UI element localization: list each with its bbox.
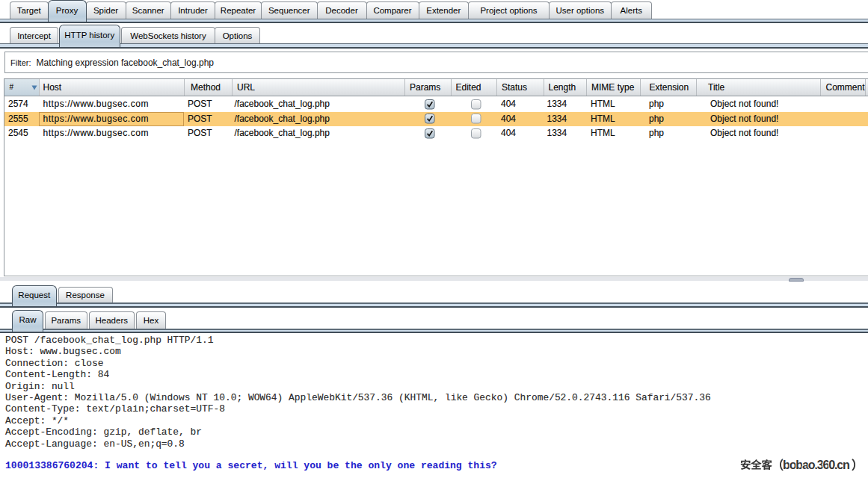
svg-text:bobao.360.cn: bobao.360.cn [783, 458, 850, 471]
